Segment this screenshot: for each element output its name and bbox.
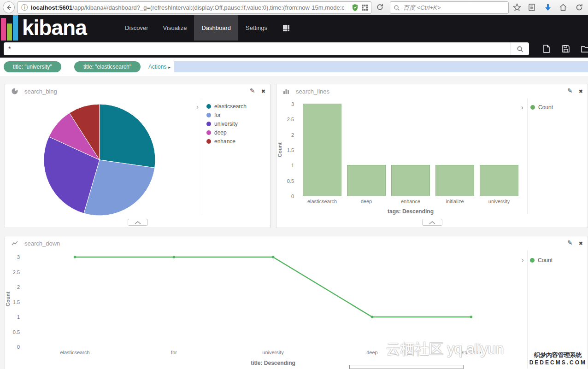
- save-dashboard-icon[interactable]: [561, 44, 570, 53]
- reload-icon[interactable]: [376, 3, 384, 11]
- chevron-up-icon: [429, 221, 436, 224]
- filter-bar: title: "university" title: "elasticsearc…: [0, 58, 588, 76]
- y-tick-label: 3: [17, 254, 20, 260]
- panel-title: search_down: [24, 240, 60, 247]
- legend-dot: [530, 105, 535, 110]
- back-button[interactable]: [3, 1, 15, 13]
- data-point-university[interactable]: [272, 256, 275, 258]
- legend-toggle[interactable]: ›: [196, 104, 199, 110]
- collapse-panel-button[interactable]: [422, 219, 442, 226]
- qr-grid-icon[interactable]: [362, 5, 368, 11]
- logo-stripe-pink: [1, 18, 6, 41]
- pie-legend: elasticsearchforuniversitydeepenhance: [202, 98, 270, 215]
- bookmark-star-icon[interactable]: [513, 3, 521, 12]
- edit-panel-icon[interactable]: ✎: [567, 87, 573, 96]
- url-host: localhost:5601: [31, 4, 72, 11]
- caret-right-icon: ▸: [168, 65, 171, 70]
- watermark-aliyun: 云栖社区 yq.aliyun: [386, 340, 504, 359]
- logo-stripe-blue: [13, 15, 18, 41]
- data-point-deep[interactable]: [371, 316, 374, 318]
- pie-chart[interactable]: [43, 104, 156, 216]
- query-search-button[interactable]: [511, 42, 529, 55]
- y-tick-label: 1.5: [287, 147, 294, 153]
- apps-grid-icon[interactable]: [283, 25, 289, 31]
- legend-item-enhance[interactable]: enhance: [206, 137, 270, 146]
- bar-chart-icon: [283, 88, 289, 94]
- back-arrow-icon: [6, 4, 12, 11]
- legend-dot: [206, 130, 211, 135]
- close-panel-icon[interactable]: ✖: [579, 239, 583, 248]
- site-info-icon[interactable]: ⓘ: [21, 4, 28, 12]
- sync-icon[interactable]: [575, 3, 583, 12]
- legend-label: deep: [214, 129, 227, 136]
- url-bar[interactable]: ⓘ localhost:5601 /app/kibana#/dashboard?…: [18, 1, 371, 14]
- x-tick-label: university: [477, 199, 521, 204]
- y-tick-label: 0.5: [13, 329, 20, 335]
- open-dashboard-icon[interactable]: [581, 44, 588, 53]
- shield-icon[interactable]: [352, 4, 358, 11]
- x-axis-label: tags: Descending: [300, 208, 521, 215]
- collapse-panel-button[interactable]: [128, 219, 148, 226]
- line-chart[interactable]: [25, 252, 521, 347]
- bookmarks-list-icon[interactable]: [528, 3, 536, 12]
- chevron-up-icon: [134, 221, 141, 224]
- legend-item-deep[interactable]: deep: [206, 128, 270, 137]
- new-dashboard-icon[interactable]: [542, 44, 551, 53]
- pie-chart-icon: [12, 88, 18, 94]
- kibana-header: kibana Discover Visualize Dashboard Sett…: [0, 15, 588, 58]
- filter-actions-link[interactable]: Actions▸: [148, 61, 171, 73]
- highlight-strip: [174, 61, 588, 72]
- line-series-count[interactable]: [75, 257, 471, 317]
- edit-panel-icon[interactable]: ✎: [250, 87, 255, 96]
- filter-pill-university[interactable]: title: "university": [4, 61, 61, 72]
- data-point-for[interactable]: [173, 256, 176, 258]
- data-point-elasticsearch[interactable]: [74, 256, 76, 258]
- legend-item-count[interactable]: Count: [530, 256, 588, 264]
- bar-chart[interactable]: [300, 104, 521, 196]
- downloads-icon[interactable]: [544, 3, 552, 12]
- x-tick-label: initialize: [433, 199, 477, 204]
- panel-header[interactable]: search_bing ✎ ✖: [5, 84, 270, 98]
- logo-stripe-green: [7, 23, 12, 41]
- kibana-logo[interactable]: kibana: [0, 15, 111, 41]
- y-tick-label: 0: [291, 193, 294, 199]
- panel-header[interactable]: search_down ✎ ✖: [5, 236, 588, 250]
- query-input[interactable]: *: [4, 42, 529, 55]
- close-panel-icon[interactable]: ✖: [579, 87, 583, 96]
- y-tick-label: 1: [17, 314, 20, 320]
- edit-panel-icon[interactable]: ✎: [567, 239, 573, 248]
- x-tick-label: university: [223, 350, 323, 355]
- legend-item-for[interactable]: for: [206, 111, 270, 119]
- bar-deep[interactable]: [347, 165, 386, 196]
- nav-item-dashboard[interactable]: Dashboard: [194, 15, 238, 41]
- x-tick-label: for: [124, 350, 223, 355]
- legend-toggle[interactable]: ›: [522, 257, 524, 263]
- bar-university[interactable]: [480, 165, 518, 196]
- legend-toggle[interactable]: ›: [521, 104, 523, 111]
- legend-item-university[interactable]: university: [206, 119, 270, 128]
- partial-collapse-box: [349, 365, 464, 369]
- pie-slice-elasticsearch[interactable]: [100, 104, 155, 168]
- y-tick-label: 3: [291, 101, 294, 107]
- data-point-enhance[interactable]: [470, 316, 473, 318]
- nav-item-settings[interactable]: Settings: [238, 15, 275, 41]
- panel-title: search_lines: [296, 88, 329, 95]
- y-tick-label: 2.5: [13, 269, 20, 275]
- bar-initialize[interactable]: [435, 165, 474, 196]
- close-panel-icon[interactable]: ✖: [261, 87, 265, 96]
- legend-dot: [530, 258, 535, 263]
- legend-item-count[interactable]: Count: [530, 103, 588, 111]
- x-axis-ticks: elasticsearchdeepenhanceinitializeuniver…: [300, 199, 521, 205]
- y-tick-label: 2: [291, 132, 294, 138]
- legend-item-elasticsearch[interactable]: elasticsearch: [206, 102, 270, 111]
- legend-label: university: [214, 121, 238, 127]
- legend-dot: [206, 104, 211, 109]
- bar-elasticsearch[interactable]: [303, 104, 341, 196]
- browser-search-box[interactable]: 百度 <Ctrl+K>: [390, 1, 509, 14]
- filter-pill-elasticsearch[interactable]: title: "elasticsearch": [74, 61, 141, 72]
- home-icon[interactable]: [559, 3, 567, 12]
- bar-enhance[interactable]: [391, 165, 430, 196]
- panel-header[interactable]: search_lines ✎ ✖: [276, 84, 588, 98]
- nav-item-discover[interactable]: Discover: [118, 15, 156, 41]
- nav-item-visualize[interactable]: Visualize: [156, 15, 194, 41]
